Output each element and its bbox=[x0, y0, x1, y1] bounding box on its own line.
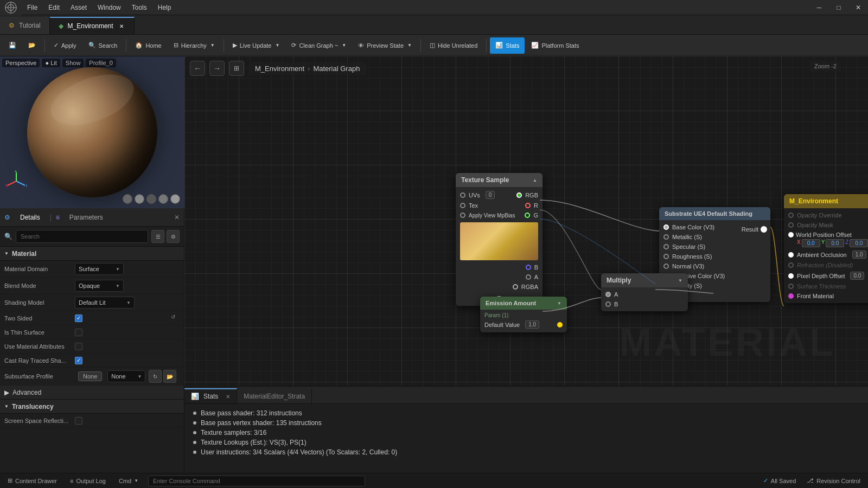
stats-tab-close[interactable]: ✕ bbox=[226, 394, 230, 400]
panel-close-button[interactable]: ✕ bbox=[174, 214, 180, 221]
node-multiply[interactable]: Multiply ▼ A B bbox=[601, 273, 688, 311]
hierarchy-button[interactable]: ⊟ Hierarchy ▼ bbox=[168, 37, 220, 54]
pin-basecolor-input[interactable] bbox=[663, 224, 669, 230]
emission-expand[interactable]: ▼ bbox=[557, 301, 561, 306]
material-attr-value[interactable] bbox=[75, 343, 180, 350]
multiply-expand[interactable]: ▼ bbox=[678, 278, 682, 283]
pin-specular-input[interactable] bbox=[663, 244, 669, 249]
revision-control-button[interactable]: ⎇ Revision Control bbox=[803, 473, 864, 489]
pin-metallic-input[interactable] bbox=[663, 234, 669, 240]
live-update-button[interactable]: ▶ Live Update ▼ bbox=[227, 37, 285, 54]
menu-edit[interactable]: Edit bbox=[43, 0, 65, 15]
domain-value[interactable]: Surface ▼ bbox=[75, 263, 180, 275]
screen-space-value[interactable] bbox=[75, 417, 180, 425]
pin-ao-input[interactable] bbox=[788, 252, 794, 258]
stats-tab[interactable]: 📊 Stats ✕ bbox=[184, 388, 237, 403]
texture-sample-collapse[interactable]: ▲ bbox=[533, 178, 537, 183]
content-drawer-button[interactable]: ⊞ Content Drawer bbox=[4, 473, 60, 489]
stats-button[interactable]: 📊 Stats bbox=[490, 37, 525, 54]
home-button[interactable]: 🏠 Home bbox=[130, 37, 167, 54]
all-saved-button[interactable]: ✓ All Saved bbox=[760, 473, 799, 489]
thin-surface-value[interactable] bbox=[75, 329, 180, 336]
viewport-ctrl-4[interactable] bbox=[158, 194, 168, 204]
node-emission-amount[interactable]: Emission Amount ▼ Param (1) Default Valu… bbox=[480, 297, 567, 332]
subsurface-refresh-button[interactable]: ↻ bbox=[149, 370, 162, 383]
profile-badge[interactable]: Profile_0 bbox=[86, 59, 116, 67]
pin-mipbias-input[interactable] bbox=[460, 213, 465, 218]
menu-asset[interactable]: Asset bbox=[65, 0, 92, 15]
pin-opacity-override-input[interactable] bbox=[788, 213, 794, 218]
pin-front-material-input[interactable] bbox=[788, 293, 794, 299]
parameters-tab[interactable]: Parameters bbox=[64, 211, 108, 223]
cmd-button[interactable]: Cmd ▼ bbox=[116, 473, 142, 489]
settings-button[interactable]: ⚙ bbox=[167, 230, 180, 243]
pin-a-output[interactable] bbox=[526, 274, 531, 280]
two-sided-checkbox[interactable] bbox=[75, 314, 82, 322]
pin-normal-input[interactable] bbox=[663, 264, 669, 269]
wpo-y-input[interactable]: 0.0 bbox=[826, 239, 844, 247]
nav-back-button[interactable]: ← bbox=[190, 61, 205, 76]
pin-b-output[interactable] bbox=[526, 265, 531, 270]
pin-pdo-input[interactable] bbox=[788, 273, 794, 279]
viewport-ctrl-3[interactable] bbox=[146, 194, 156, 204]
viewport-ctrl-5[interactable] bbox=[170, 194, 180, 204]
apply-button[interactable]: ✓ Apply bbox=[48, 37, 82, 54]
pin-multiply-b-input[interactable] bbox=[605, 301, 611, 307]
material-section-header[interactable]: ▼ Material bbox=[0, 247, 184, 261]
browse-button[interactable]: 📂 bbox=[23, 37, 41, 54]
wpo-x-input[interactable]: 0.0 bbox=[802, 239, 820, 247]
graph-area[interactable]: ← → ⊞ M_Environment › Material Graph Zoo… bbox=[184, 56, 868, 386]
material-attr-checkbox[interactable] bbox=[75, 343, 82, 350]
menu-file[interactable]: File bbox=[22, 0, 43, 15]
emission-default-value[interactable]: 1.0 bbox=[525, 320, 539, 329]
pin-result-output[interactable] bbox=[761, 226, 767, 233]
pin-uvs-input[interactable] bbox=[460, 192, 465, 198]
save-button[interactable]: 💾 bbox=[3, 37, 22, 54]
preview-state-button[interactable]: 👁 Preview State ▼ bbox=[353, 37, 417, 54]
translucency-section-header[interactable]: ▼ Translucency bbox=[0, 400, 184, 414]
menu-help[interactable]: Help bbox=[152, 0, 177, 15]
fit-view-button[interactable]: ⊞ bbox=[229, 61, 244, 76]
shading-value[interactable]: Default Lit ▼ bbox=[75, 297, 180, 309]
lit-badge[interactable]: ● Lit bbox=[42, 59, 60, 67]
perspective-badge[interactable]: Perspective bbox=[2, 59, 40, 67]
search-button[interactable]: 🔍 Search bbox=[83, 37, 123, 54]
pin-rgba-output[interactable] bbox=[513, 284, 518, 290]
viewport-ctrl-1[interactable] bbox=[123, 194, 132, 204]
thin-surface-checkbox[interactable] bbox=[75, 329, 82, 336]
pin-rgb-output[interactable] bbox=[516, 192, 522, 198]
subsurface-browse-button[interactable]: 📂 bbox=[163, 370, 176, 383]
screen-space-checkbox[interactable] bbox=[75, 417, 82, 425]
list-view-button[interactable]: ☰ bbox=[151, 230, 164, 243]
pin-multiply-a-input[interactable] bbox=[605, 292, 611, 297]
nav-forward-button[interactable]: → bbox=[209, 61, 225, 76]
hide-unrelated-button[interactable]: ◫ Hide Unrelated bbox=[424, 37, 483, 54]
details-search-input[interactable] bbox=[16, 230, 148, 243]
maximize-button[interactable]: □ bbox=[829, 0, 848, 15]
pin-g-output[interactable] bbox=[525, 213, 530, 218]
details-tab[interactable]: Details bbox=[15, 211, 46, 223]
pin-roughness-input[interactable] bbox=[663, 254, 669, 259]
minimize-button[interactable]: ─ bbox=[809, 0, 829, 15]
pin-wpo-input[interactable] bbox=[788, 232, 794, 237]
pin-r-output[interactable] bbox=[525, 203, 531, 208]
node-texture-sample[interactable]: Texture Sample ▲ UVs 0 RGB Tex bbox=[456, 173, 542, 306]
node-m-environment[interactable]: M_Environment Opacity Override Opacity M… bbox=[784, 194, 868, 303]
subsurface-dropdown[interactable]: None ▼ bbox=[107, 370, 145, 382]
pin-emission-output[interactable] bbox=[557, 322, 563, 328]
console-input[interactable] bbox=[148, 476, 365, 486]
close-button[interactable]: ✕ bbox=[848, 0, 868, 15]
pin-opacity-mask-input[interactable] bbox=[788, 222, 794, 228]
clean-graph-button[interactable]: ⟳ Clean Graph ~ ▼ bbox=[286, 37, 352, 54]
wpo-z-input[interactable]: 0.0 bbox=[850, 239, 868, 247]
material-editor-tab[interactable]: MaterialEditor_Strata bbox=[237, 388, 312, 403]
menu-window[interactable]: Window bbox=[92, 0, 126, 15]
menu-tools[interactable]: Tools bbox=[126, 0, 152, 15]
pin-surface-thickness-input[interactable] bbox=[788, 284, 794, 289]
breadcrumb-root[interactable]: M_Environment bbox=[255, 65, 304, 73]
platform-stats-button[interactable]: 📈 Platform Stats bbox=[526, 37, 584, 54]
blend-value[interactable]: Opaque ▼ bbox=[75, 280, 180, 292]
advanced-section-header[interactable]: ▶ Advanced bbox=[0, 386, 184, 400]
show-badge[interactable]: Show bbox=[62, 59, 84, 67]
pin-tex-input[interactable] bbox=[460, 203, 465, 208]
